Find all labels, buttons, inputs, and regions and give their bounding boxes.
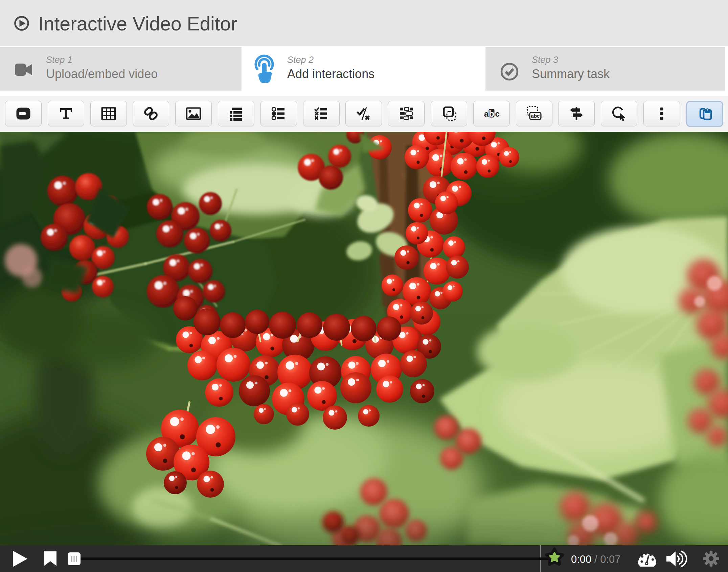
- svg-text:a: a: [484, 109, 489, 118]
- svg-text:c: c: [495, 109, 500, 118]
- svg-text:abc: abc: [531, 113, 540, 119]
- svg-text:b: b: [489, 109, 494, 119]
